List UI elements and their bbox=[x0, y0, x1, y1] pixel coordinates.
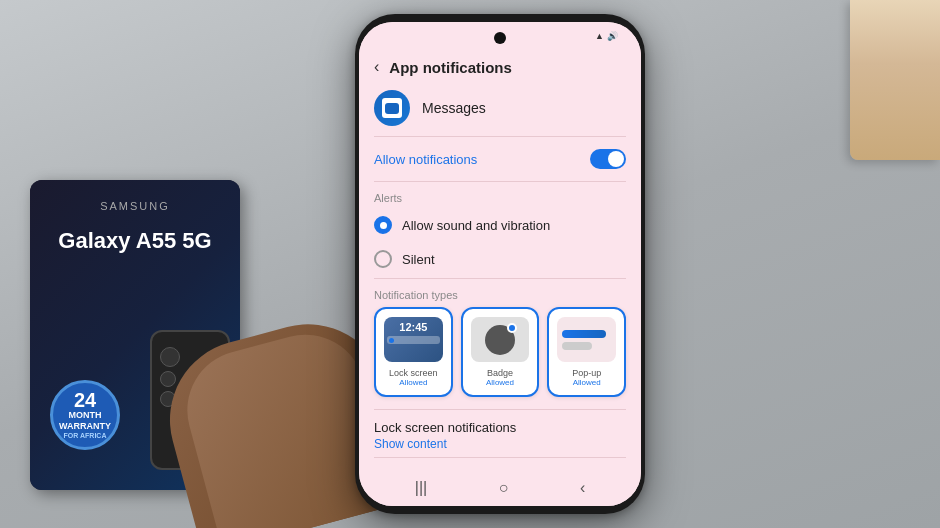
back-button[interactable]: ‹ bbox=[374, 58, 379, 76]
silent-label: Silent bbox=[402, 252, 435, 267]
lock-screen-notif-title: Lock screen notifications bbox=[374, 420, 626, 435]
galaxy-model-label: Galaxy A55 5G bbox=[58, 227, 211, 256]
configure-section[interactable]: Configure in Messages bbox=[359, 460, 641, 470]
screen-content: ‹ App notifications Messages Allow notif… bbox=[359, 50, 641, 470]
popup-preview-bg bbox=[557, 317, 616, 362]
allow-notifications-row[interactable]: Allow notifications bbox=[359, 139, 641, 179]
app-row: Messages bbox=[359, 82, 641, 134]
notification-types-grid: 12:45 Lock screen Allowed bbox=[359, 307, 641, 407]
lock-screen-card[interactable]: 12:45 Lock screen Allowed bbox=[374, 307, 453, 397]
bottom-nav: ||| ○ ‹ bbox=[359, 470, 641, 506]
notification-types-label: Notification types bbox=[359, 281, 641, 307]
allow-notifications-label: Allow notifications bbox=[374, 152, 477, 167]
app-notifications-header: ‹ App notifications bbox=[359, 50, 641, 82]
badge-dot bbox=[507, 323, 517, 333]
warranty-label: MONTHWARRANTY bbox=[59, 410, 111, 432]
radio-silent[interactable] bbox=[374, 250, 392, 268]
divider-3 bbox=[374, 278, 626, 279]
divider-2 bbox=[374, 181, 626, 182]
lock-time-display: 12:45 bbox=[399, 321, 427, 333]
lock-preview-bg: 12:45 bbox=[384, 317, 443, 362]
app-icon bbox=[374, 90, 410, 126]
allow-notifications-toggle[interactable] bbox=[590, 149, 626, 169]
phone: ▲ 🔊 ‹ App notifications Messages bbox=[355, 14, 645, 514]
allow-sound-vibration-row[interactable]: Allow sound and vibration bbox=[359, 208, 641, 242]
app-icon-inner bbox=[382, 98, 402, 118]
lock-notif-dot bbox=[389, 338, 394, 343]
status-icons: ▲ 🔊 bbox=[595, 31, 621, 41]
toggle-knob bbox=[608, 151, 624, 167]
show-content-link[interactable]: Show content bbox=[374, 437, 626, 451]
badge-card[interactable]: Badge Allowed bbox=[461, 307, 540, 397]
popup-status: Allowed bbox=[573, 378, 601, 387]
badge-status: Allowed bbox=[486, 378, 514, 387]
popup-preview-container bbox=[557, 317, 616, 362]
badge-name: Badge bbox=[487, 368, 513, 378]
lock-screen-status: Allowed bbox=[399, 378, 427, 387]
badge-preview-bg bbox=[471, 317, 530, 362]
popup-name: Pop-up bbox=[572, 368, 601, 378]
signal-icon: ▲ bbox=[595, 31, 604, 41]
warranty-badge: 24 MONTHWARRANTY FOR AFRICA bbox=[50, 380, 120, 450]
app-name-label: Messages bbox=[422, 100, 486, 116]
divider-5 bbox=[374, 457, 626, 458]
camera-notch bbox=[494, 32, 506, 44]
phone-screen: ▲ 🔊 ‹ App notifications Messages bbox=[359, 22, 641, 506]
camera-secondary bbox=[160, 371, 176, 387]
lock-screen-name: Lock screen bbox=[389, 368, 438, 378]
divider-4 bbox=[374, 409, 626, 410]
wood-block-decoration bbox=[850, 0, 940, 160]
badge-app-icon bbox=[485, 325, 515, 355]
sound-vibration-label: Allow sound and vibration bbox=[402, 218, 550, 233]
popup-bar-2 bbox=[562, 342, 591, 350]
popup-card[interactable]: Pop-up Allowed bbox=[547, 307, 626, 397]
warranty-sub: FOR AFRICA bbox=[64, 432, 107, 440]
lock-notif-bar bbox=[387, 336, 440, 344]
messages-bubble-icon bbox=[385, 103, 399, 114]
nav-back-button[interactable]: ‹ bbox=[580, 479, 585, 497]
page-title: App notifications bbox=[389, 59, 512, 76]
silent-row[interactable]: Silent bbox=[359, 242, 641, 276]
warranty-months: 24 bbox=[74, 390, 96, 410]
nav-menu-button[interactable]: ||| bbox=[415, 479, 427, 497]
badge-preview-container bbox=[471, 317, 530, 362]
lock-screen-preview: 12:45 bbox=[384, 317, 443, 362]
popup-bar-1 bbox=[562, 330, 606, 338]
camera-main bbox=[160, 347, 180, 367]
divider-1 bbox=[374, 136, 626, 137]
alerts-section-label: Alerts bbox=[359, 184, 641, 208]
nav-home-button[interactable]: ○ bbox=[499, 479, 509, 497]
samsung-brand-label: SAMSUNG bbox=[100, 200, 170, 212]
lock-screen-notifications-section: Lock screen notifications Show content bbox=[359, 412, 641, 455]
radio-sound-vibration[interactable] bbox=[374, 216, 392, 234]
wifi-icon: 🔊 bbox=[607, 31, 618, 41]
